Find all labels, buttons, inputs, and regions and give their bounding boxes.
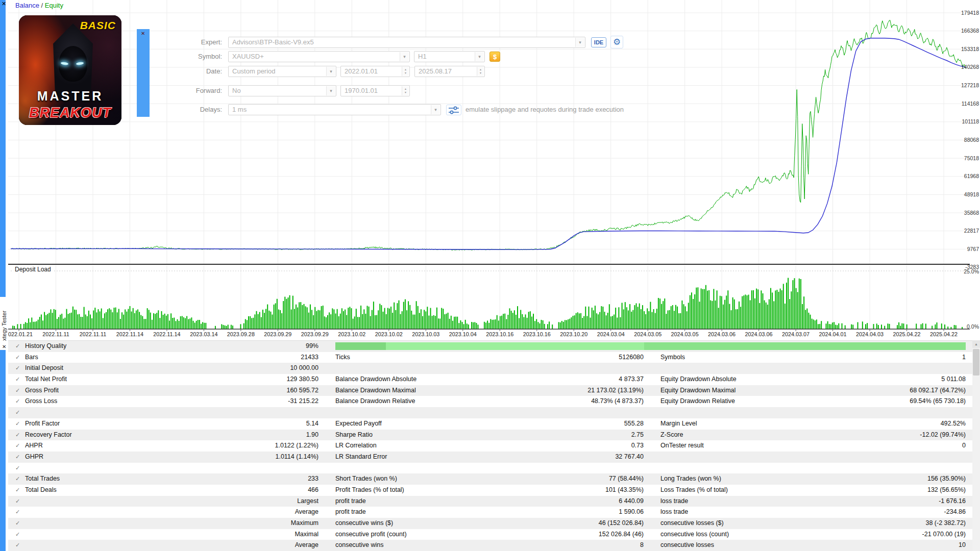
stat-value: 0.73 <box>485 440 644 452</box>
date-from-input[interactable]: 2022.01.01 ▴▾ <box>340 66 410 77</box>
stat-value: 132 (56.65%) <box>817 485 966 496</box>
scroll-thumb[interactable] <box>973 349 979 375</box>
promo-breakout-label: BREAKOUT <box>19 105 121 121</box>
stat-value: Average <box>165 540 318 551</box>
x-axis-date-label: 2023.10.20 <box>555 331 592 337</box>
table-row[interactable]: ✓Gross Loss-31 215.22Balance Drawdown Re… <box>8 396 972 407</box>
stat-value: 68 092.17 (64.72%) <box>817 385 966 396</box>
stat-value: 129 380.50 <box>165 374 318 385</box>
symbol-combobox[interactable]: XAUUSD+ ▾ <box>228 51 410 62</box>
row-check-icon: ✓ <box>15 352 23 363</box>
spinner-icon[interactable]: ▴▾ <box>402 86 409 95</box>
delays-hint-text: emulate slippage and requotes during tra… <box>465 104 624 115</box>
stat-value: 32 767.40 <box>485 452 644 463</box>
x-axis-date-label: 2025.04.22 <box>889 331 925 337</box>
table-row[interactable]: ✓Averageprofit trade1 590.06loss trade-2… <box>8 507 972 518</box>
x-axis-date-label: 2022.11.11 <box>75 331 111 337</box>
symbol-value: XAUUSD+ <box>232 53 264 60</box>
table-row[interactable]: ✓GHPR1.0114 (1.14%)LR Standard Error32 7… <box>8 452 972 463</box>
forward-mode-combobox[interactable]: No ▾ <box>228 85 336 96</box>
date-mode-combobox[interactable]: Custom period ▾ <box>228 66 336 77</box>
stat-value: 1.0122 (1.22%) <box>165 440 318 452</box>
stat-value: 99% <box>165 341 318 352</box>
delays-combobox[interactable]: 1 ms ▾ <box>228 104 441 115</box>
y-axis-tick-label: 61968 <box>955 173 979 179</box>
stat-value: 69.54% (65 730.18) <box>817 396 966 407</box>
forward-date-input[interactable]: 1970.01.01 ▴▾ <box>340 85 410 96</box>
gear-icon[interactable]: ⚙ <box>610 36 623 48</box>
table-row[interactable]: ✓Largestprofit trade6 440.09loss trade-1… <box>8 496 972 507</box>
row-check-icon: ✓ <box>15 418 23 430</box>
row-check-icon: ✓ <box>15 518 23 529</box>
ide-button[interactable]: IDE <box>591 37 606 47</box>
expert-combobox[interactable]: Advisors\BTP-Basic-V9.ex5 ▾ <box>228 37 585 48</box>
expert-label: Expert: <box>133 37 222 48</box>
legend-balance-label: Balance <box>15 2 39 9</box>
table-row[interactable]: ✓Initial Deposit10 000.00 <box>8 363 972 374</box>
stat-value: 4 873.37 <box>485 374 644 385</box>
stat-value: 46 (152 026.84) <box>485 518 644 529</box>
legend-equity-label: Equity <box>45 2 63 9</box>
forward-mode-value: No <box>232 87 241 94</box>
slippage-settings-icon[interactable] <box>446 105 461 115</box>
close-icon[interactable]: ✕ <box>2 1 6 7</box>
table-row[interactable]: ✓Total Deals466Profit Trades (% of total… <box>8 485 972 496</box>
tab-close-icon[interactable]: ✕ <box>2 344 6 349</box>
stat-value: 1 <box>817 352 966 363</box>
stat-value: -234.86 <box>817 507 966 518</box>
x-axis-date-label: 2024.03.07 <box>777 331 814 337</box>
strategy-tester-tab[interactable]: xtegy Tester ✕ <box>0 297 8 350</box>
panel-close-icon[interactable]: ✕ <box>141 31 145 36</box>
deposit-currency-button[interactable]: $ <box>489 52 500 62</box>
table-row[interactable]: ✓Profit Factor5.14Expected Payoff555.28M… <box>8 418 972 430</box>
stat-value: 5 011.08 <box>817 374 966 385</box>
table-row[interactable]: ✓Bars21433Ticks5126080Symbols1 <box>8 352 972 363</box>
x-axis-date-label: 2024.04.03 <box>851 331 888 337</box>
chevron-down-icon[interactable]: ▾ <box>400 52 409 61</box>
chevron-down-icon[interactable]: ▾ <box>326 86 335 95</box>
chevron-down-icon[interactable]: ▾ <box>431 105 440 114</box>
table-row[interactable]: ✓Total Trades233Short Trades (won %)77 (… <box>8 473 972 485</box>
stat-value: 160 595.72 <box>165 385 318 396</box>
spinner-icon[interactable]: ▴▾ <box>402 67 409 76</box>
x-axis-date-label: 2024.04.01 <box>815 331 851 337</box>
stat-value: 8 <box>485 540 644 551</box>
table-row[interactable]: ✓ <box>8 407 972 418</box>
stat-value: 233 <box>165 473 318 485</box>
stat-value: Maximum <box>165 518 318 529</box>
row-check-icon: ✓ <box>15 496 23 507</box>
date-label: Date: <box>133 66 222 77</box>
stat-value: 5126080 <box>485 352 644 363</box>
chart-legend: Balance / Equity <box>15 2 63 9</box>
table-row[interactable]: ✓Recovery Factor1.90Sharpe Ratio2.75Z-Sc… <box>8 430 972 441</box>
table-row[interactable]: ✓Gross Profit160 595.72Balance Drawdown … <box>8 385 972 396</box>
date-to-input[interactable]: 2025.08.17 ▴▾ <box>414 66 485 77</box>
table-row[interactable]: ✓AHPR1.0122 (1.22%)LR Correlation0.73OnT… <box>8 440 972 452</box>
timeframe-value: H1 <box>418 53 427 60</box>
table-row[interactable]: ✓ <box>8 463 972 474</box>
table-row[interactable]: ✓Maximalconsecutive profit (count)152 02… <box>8 529 972 540</box>
timeframe-combobox[interactable]: H1 ▾ <box>414 51 485 62</box>
table-row[interactable]: ✓Total Net Profit129 380.50Balance Drawd… <box>8 374 972 385</box>
date-to-value: 2025.08.17 <box>419 67 452 75</box>
table-row[interactable]: ✓Maximumconsecutive wins ($)46 (152 026.… <box>8 518 972 529</box>
chevron-down-icon[interactable]: ▾ <box>575 38 584 47</box>
strategy-tester-window: ✕ Balance / Equity BASIC MASTER BREAKOUT… <box>0 0 980 551</box>
row-check-icon: ✓ <box>15 452 23 463</box>
scroll-up-icon[interactable]: ▲ <box>972 340 980 348</box>
y-axis-tick-label: 127218 <box>955 82 979 88</box>
chevron-down-icon[interactable]: ▾ <box>326 67 335 76</box>
table-row[interactable]: ✓History Quality99% <box>8 341 972 352</box>
row-check-icon: ✓ <box>15 507 23 518</box>
stat-value: Maximal <box>165 529 318 540</box>
row-check-icon: ✓ <box>15 473 23 485</box>
y-axis-tick-label: 48918 <box>955 191 979 197</box>
table-scrollbar[interactable]: ▲ <box>972 340 980 551</box>
y-axis-tick-label: 140268 <box>955 64 979 70</box>
chevron-down-icon[interactable]: ▾ <box>475 52 484 61</box>
x-axis-date-label: 2023.10.03 <box>407 331 444 337</box>
spinner-icon[interactable]: ▴▾ <box>477 67 484 76</box>
stat-value: 21433 <box>165 352 318 363</box>
row-check-icon: ✓ <box>15 430 23 441</box>
table-row[interactable]: ✓Averageconsecutive wins8consecutive los… <box>8 540 972 551</box>
